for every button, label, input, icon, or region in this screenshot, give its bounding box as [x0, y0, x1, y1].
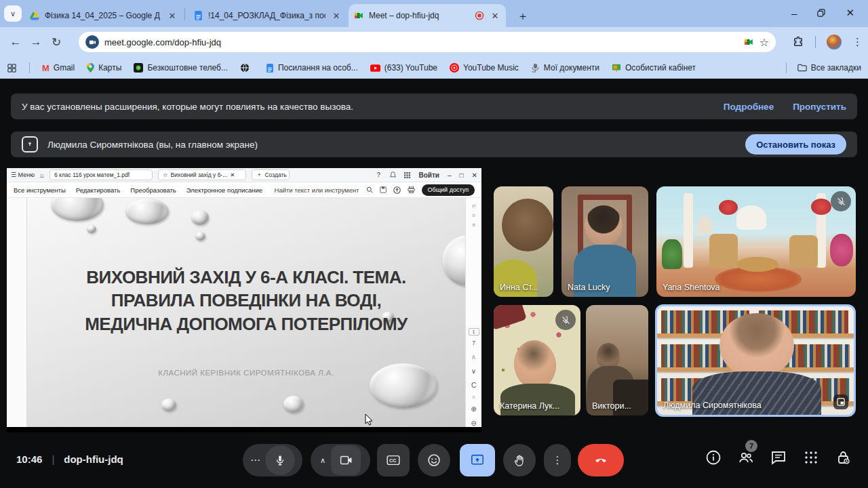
participant-tile-inna[interactable]: Инна Ст... — [494, 186, 553, 297]
all-bookmarks-button[interactable]: Все закладки — [786, 62, 861, 73]
present-button-active[interactable] — [460, 444, 495, 476]
print-icon[interactable] — [408, 186, 415, 193]
camera-options-icon[interactable]: ∧ — [320, 456, 326, 465]
pdf-find-label[interactable]: Найти текст или инструмент — [275, 186, 359, 194]
pdf-tool-esign[interactable]: Электронное подписание — [186, 186, 262, 194]
bookmark-free-tv[interactable]: Безкоштовне телеб... — [134, 63, 228, 73]
pdf-help-icon[interactable]: ？ — [375, 170, 382, 180]
apps-grid-icon[interactable] — [7, 63, 17, 73]
host-controls-button[interactable] — [835, 449, 852, 466]
browser-tab-2[interactable]: !14_04_РОЗКЛАД_Фізика_з пос ✕ — [189, 4, 347, 27]
bookmark-youtube-music[interactable]: YouTube Music — [450, 63, 519, 73]
participant-tile-katerina[interactable]: Катерина Лук... — [494, 305, 580, 415]
browser-menu-icon[interactable]: ⋮ — [852, 36, 863, 48]
participant-tile-lyudmila-self[interactable]: Людмила Сиромятнікова — [655, 304, 856, 417]
pdf-home-icon[interactable]: ⌂ — [40, 171, 44, 179]
bookmark-maps[interactable]: Карты — [87, 63, 121, 73]
bookmark-gmail[interactable]: M Gmail — [42, 63, 75, 73]
dismiss-link[interactable]: Пропустить — [793, 102, 846, 112]
leave-call-button[interactable] — [578, 444, 624, 476]
new-tab-button[interactable]: ＋ — [514, 7, 532, 24]
page-number-input[interactable]: 1 — [469, 328, 479, 336]
fit-page-icon[interactable] — [470, 396, 477, 399]
pdf-close-icon[interactable]: ✕ — [472, 171, 477, 179]
pdf-notifications-icon[interactable] — [390, 171, 396, 178]
tab-close-icon[interactable]: ✕ — [331, 11, 342, 21]
bookmark-star-icon[interactable]: ☆ — [760, 36, 769, 49]
mic-muted-badge — [831, 191, 851, 211]
browser-tab-meet-active[interactable]: Meet – dop-hfiu-jdq ✕ — [349, 4, 506, 27]
mic-options-icon[interactable]: ⋯ — [250, 454, 261, 466]
zoom-in-icon[interactable]: ⊕ — [471, 405, 476, 413]
bookmark-my-documents[interactable]: еас Мої документи — [531, 63, 599, 73]
forward-icon[interactable]: → — [26, 35, 46, 49]
back-icon[interactable]: ← — [5, 35, 26, 49]
chat-panel-button[interactable] — [770, 449, 787, 466]
pdf-menu-button[interactable]: ☰ Меню — [11, 171, 35, 178]
search-icon[interactable] — [366, 186, 373, 193]
tab-close-icon[interactable]: ✕ — [167, 11, 178, 21]
details-link[interactable]: Подробнее — [724, 102, 774, 112]
profile-avatar[interactable] — [827, 35, 842, 49]
raise-hand-button[interactable] — [503, 444, 536, 476]
page-down-icon[interactable]: ∨ — [471, 367, 476, 375]
participant-name: Людмила Сиромятнікова — [663, 401, 762, 410]
save-icon[interactable] — [380, 186, 387, 193]
participant-name: Катерина Лук... — [500, 401, 559, 411]
doc-tab-close-icon[interactable]: ✕ — [230, 171, 235, 178]
pdf-viewer-window: ☰ Меню ⌂ 6 клас 116 урок матем_1.pdf ☆ В… — [7, 168, 481, 427]
mic-control[interactable]: ⋯ — [243, 444, 302, 476]
pdf-maximize-icon[interactable]: □ — [460, 171, 464, 179]
window-close-icon[interactable]: ✕ — [846, 7, 854, 19]
chair — [709, 234, 738, 266]
camera-control[interactable]: ∧ — [311, 444, 370, 476]
zoom-out-icon[interactable]: ⊖ — [471, 420, 476, 427]
pages-panel-icon[interactable] — [470, 224, 477, 226]
browser-tab-1[interactable]: Фізика 14_04_2025 – Google Д ✕ — [24, 4, 183, 27]
reactions-button[interactable] — [418, 444, 450, 476]
pdf-tool-edit[interactable]: Редактировать — [76, 186, 121, 194]
meeting-details-button[interactable] — [705, 449, 722, 466]
pdf-left-panel[interactable] — [7, 198, 27, 427]
pdf-tool-all-tools[interactable]: Все инструменты — [14, 186, 66, 194]
bookmark-personal-cabinet[interactable]: Особистий кабінет — [612, 63, 696, 73]
tab-search-button[interactable]: ∨ — [4, 5, 22, 22]
more-options-button[interactable]: ⋮ — [544, 444, 571, 476]
page-up-icon[interactable]: ∧ — [471, 353, 476, 361]
mic-button[interactable] — [265, 445, 295, 475]
window-restore-icon[interactable] — [817, 9, 825, 17]
address-bar[interactable]: meet.google.com/dop-hfiu-jdq ☆ — [79, 32, 776, 52]
meet-pip-icon[interactable] — [743, 37, 754, 47]
window-minimize-icon[interactable]: – — [791, 7, 797, 19]
reload-icon[interactable]: ↻ — [46, 35, 66, 49]
comments-icon[interactable] — [470, 205, 478, 207]
bookmarks-panel-icon[interactable] — [470, 214, 477, 217]
pdf-sign-in-button[interactable]: Войти — [418, 171, 439, 179]
upload-share-icon[interactable] — [393, 186, 401, 194]
bookmark-links-doc[interactable]: Посилання на особ... — [266, 63, 358, 73]
pdf-doc-tab-1[interactable]: 6 клас 116 урок матем_1.pdf — [50, 169, 153, 180]
participant-tile-viktoria[interactable]: Виктори... — [586, 305, 648, 415]
pdf-doc-tab-2-active[interactable]: ☆ Виховний захід у 6-... ✕ — [158, 169, 246, 180]
captions-button[interactable]: CC — [377, 444, 410, 476]
pdf-share-button[interactable]: Общий доступ — [422, 184, 475, 196]
stop-presenting-button[interactable]: Остановить показ — [745, 134, 846, 155]
pdf-apps-grid-icon[interactable] — [404, 172, 410, 178]
extensions-icon[interactable] — [792, 36, 804, 48]
pdf-minimize-icon[interactable]: – — [448, 171, 452, 179]
self-view-options-icon[interactable] — [833, 394, 848, 409]
activities-button[interactable] — [803, 449, 819, 466]
meet-camera-badge-icon — [85, 35, 99, 49]
screen-share-icon — [22, 136, 38, 152]
participant-tile-yana[interactable]: Yana Shentova — [656, 186, 856, 297]
tab-close-icon[interactable]: ✕ — [490, 11, 500, 21]
pdf-tool-convert[interactable]: Преобразовать — [130, 186, 176, 194]
participant-tile-nata[interactable]: Nata Lucky — [561, 186, 648, 297]
bookmark-globe[interactable] — [240, 63, 254, 73]
rotate-icon[interactable]: C — [471, 382, 476, 389]
bookmark-youtube[interactable]: (633) YouTube — [370, 63, 437, 73]
camera-button[interactable] — [331, 445, 361, 475]
pdf-create-button[interactable]: ＋ Создать — [252, 169, 290, 180]
taj-mahal-dome — [736, 205, 766, 230]
participant-count-badge: 7 — [745, 440, 757, 452]
